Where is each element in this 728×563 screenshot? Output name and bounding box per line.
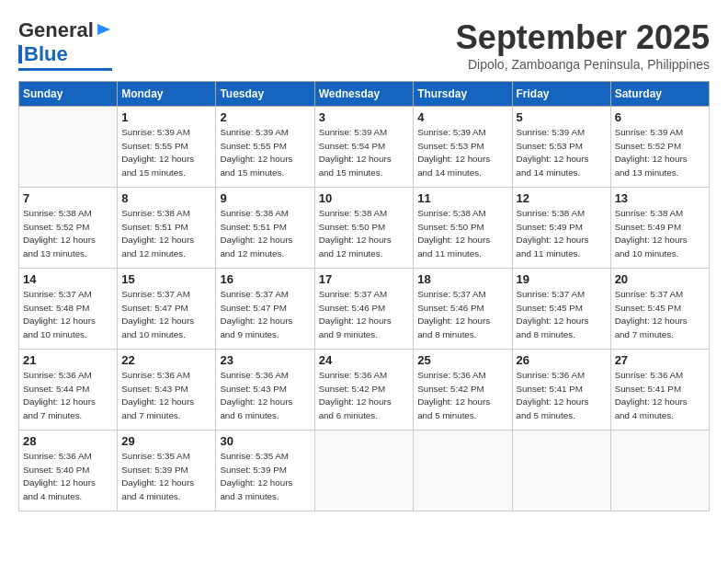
logo-text: General bbox=[18, 18, 94, 42]
day-number: 10 bbox=[319, 191, 410, 205]
day-info: Sunrise: 5:38 AM Sunset: 5:50 PM Dayligh… bbox=[319, 207, 410, 261]
day-of-week-header: Thursday bbox=[414, 82, 512, 107]
day-info: Sunrise: 5:38 AM Sunset: 5:49 PM Dayligh… bbox=[615, 207, 705, 261]
day-number: 13 bbox=[615, 191, 705, 205]
calendar-day-cell: 11Sunrise: 5:38 AM Sunset: 5:50 PM Dayli… bbox=[414, 188, 512, 269]
day-number: 14 bbox=[23, 272, 113, 286]
day-info: Sunrise: 5:37 AM Sunset: 5:46 PM Dayligh… bbox=[319, 288, 410, 342]
calendar-day-cell: 5Sunrise: 5:39 AM Sunset: 5:53 PM Daylig… bbox=[512, 107, 610, 188]
day-of-week-header: Monday bbox=[118, 82, 216, 107]
day-number: 16 bbox=[220, 272, 310, 286]
calendar-week-row: 14Sunrise: 5:37 AM Sunset: 5:48 PM Dayli… bbox=[19, 269, 710, 350]
calendar-day-cell bbox=[414, 431, 512, 511]
calendar-day-cell: 15Sunrise: 5:37 AM Sunset: 5:47 PM Dayli… bbox=[118, 269, 216, 350]
calendar-day-cell: 27Sunrise: 5:36 AM Sunset: 5:41 PM Dayli… bbox=[610, 350, 709, 431]
calendar-day-cell: 10Sunrise: 5:38 AM Sunset: 5:50 PM Dayli… bbox=[314, 188, 414, 269]
page-header: General Blue September 2025 Dipolo, Zamb… bbox=[18, 18, 710, 72]
calendar-week-row: 7Sunrise: 5:38 AM Sunset: 5:52 PM Daylig… bbox=[19, 188, 710, 269]
day-info: Sunrise: 5:36 AM Sunset: 5:42 PM Dayligh… bbox=[319, 369, 410, 423]
svg-marker-0 bbox=[97, 24, 110, 35]
day-info: Sunrise: 5:36 AM Sunset: 5:43 PM Dayligh… bbox=[121, 369, 211, 423]
day-of-week-header: Saturday bbox=[610, 82, 709, 107]
day-info: Sunrise: 5:36 AM Sunset: 5:42 PM Dayligh… bbox=[417, 369, 507, 423]
calendar-day-cell bbox=[512, 431, 610, 511]
calendar-day-cell: 23Sunrise: 5:36 AM Sunset: 5:43 PM Dayli… bbox=[216, 350, 314, 431]
day-info: Sunrise: 5:36 AM Sunset: 5:41 PM Dayligh… bbox=[615, 369, 705, 423]
calendar-header-row: SundayMondayTuesdayWednesdayThursdayFrid… bbox=[19, 82, 710, 107]
day-number: 15 bbox=[121, 272, 211, 286]
logo-blue-text: Blue bbox=[24, 42, 68, 66]
logo-arrow-icon bbox=[96, 21, 112, 38]
calendar-day-cell: 19Sunrise: 5:37 AM Sunset: 5:45 PM Dayli… bbox=[512, 269, 610, 350]
day-of-week-header: Wednesday bbox=[314, 82, 414, 107]
day-number: 3 bbox=[319, 110, 410, 124]
day-number: 12 bbox=[517, 191, 607, 205]
calendar-day-cell: 3Sunrise: 5:39 AM Sunset: 5:54 PM Daylig… bbox=[314, 107, 414, 188]
day-number: 26 bbox=[517, 353, 607, 367]
day-info: Sunrise: 5:38 AM Sunset: 5:50 PM Dayligh… bbox=[417, 207, 507, 261]
day-info: Sunrise: 5:39 AM Sunset: 5:53 PM Dayligh… bbox=[517, 126, 607, 180]
calendar-day-cell: 1Sunrise: 5:39 AM Sunset: 5:55 PM Daylig… bbox=[118, 107, 216, 188]
day-info: Sunrise: 5:39 AM Sunset: 5:55 PM Dayligh… bbox=[220, 126, 310, 180]
day-info: Sunrise: 5:38 AM Sunset: 5:51 PM Dayligh… bbox=[220, 207, 310, 261]
title-area: September 2025 Dipolo, Zamboanga Peninsu… bbox=[456, 18, 710, 72]
calendar-day-cell bbox=[19, 107, 118, 188]
day-number: 7 bbox=[23, 191, 113, 205]
day-info: Sunrise: 5:38 AM Sunset: 5:51 PM Dayligh… bbox=[121, 207, 211, 261]
day-number: 8 bbox=[121, 191, 211, 205]
calendar-day-cell: 6Sunrise: 5:39 AM Sunset: 5:52 PM Daylig… bbox=[610, 107, 709, 188]
day-number: 28 bbox=[23, 434, 113, 448]
day-info: Sunrise: 5:36 AM Sunset: 5:41 PM Dayligh… bbox=[517, 369, 607, 423]
calendar-week-row: 28Sunrise: 5:36 AM Sunset: 5:40 PM Dayli… bbox=[19, 431, 710, 511]
calendar-day-cell: 21Sunrise: 5:36 AM Sunset: 5:44 PM Dayli… bbox=[19, 350, 118, 431]
calendar-day-cell: 24Sunrise: 5:36 AM Sunset: 5:42 PM Dayli… bbox=[314, 350, 414, 431]
day-number: 18 bbox=[417, 272, 507, 286]
day-info: Sunrise: 5:37 AM Sunset: 5:45 PM Dayligh… bbox=[517, 288, 607, 342]
day-info: Sunrise: 5:37 AM Sunset: 5:46 PM Dayligh… bbox=[417, 288, 507, 342]
logo-underline bbox=[18, 68, 112, 71]
calendar-day-cell: 29Sunrise: 5:35 AM Sunset: 5:39 PM Dayli… bbox=[118, 431, 216, 511]
day-number: 25 bbox=[417, 353, 507, 367]
subtitle: Dipolo, Zamboanga Peninsula, Philippines bbox=[456, 57, 710, 72]
day-info: Sunrise: 5:37 AM Sunset: 5:45 PM Dayligh… bbox=[615, 288, 705, 342]
day-info: Sunrise: 5:37 AM Sunset: 5:47 PM Dayligh… bbox=[220, 288, 310, 342]
day-info: Sunrise: 5:37 AM Sunset: 5:48 PM Dayligh… bbox=[23, 288, 113, 342]
day-info: Sunrise: 5:37 AM Sunset: 5:47 PM Dayligh… bbox=[121, 288, 211, 342]
day-number: 29 bbox=[121, 434, 211, 448]
day-number: 11 bbox=[417, 191, 507, 205]
day-number: 5 bbox=[517, 110, 607, 124]
calendar-day-cell bbox=[610, 431, 709, 511]
day-info: Sunrise: 5:39 AM Sunset: 5:55 PM Dayligh… bbox=[121, 126, 211, 180]
day-info: Sunrise: 5:39 AM Sunset: 5:52 PM Dayligh… bbox=[615, 126, 705, 180]
day-number: 19 bbox=[517, 272, 607, 286]
day-info: Sunrise: 5:35 AM Sunset: 5:39 PM Dayligh… bbox=[220, 450, 310, 504]
day-info: Sunrise: 5:35 AM Sunset: 5:39 PM Dayligh… bbox=[121, 450, 211, 504]
day-number: 4 bbox=[417, 110, 507, 124]
calendar-day-cell: 2Sunrise: 5:39 AM Sunset: 5:55 PM Daylig… bbox=[216, 107, 314, 188]
calendar-day-cell: 12Sunrise: 5:38 AM Sunset: 5:49 PM Dayli… bbox=[512, 188, 610, 269]
day-number: 21 bbox=[23, 353, 113, 367]
day-info: Sunrise: 5:39 AM Sunset: 5:54 PM Dayligh… bbox=[319, 126, 410, 180]
calendar-day-cell: 25Sunrise: 5:36 AM Sunset: 5:42 PM Dayli… bbox=[414, 350, 512, 431]
day-number: 6 bbox=[615, 110, 705, 124]
calendar-day-cell: 30Sunrise: 5:35 AM Sunset: 5:39 PM Dayli… bbox=[216, 431, 314, 511]
calendar-day-cell: 26Sunrise: 5:36 AM Sunset: 5:41 PM Dayli… bbox=[512, 350, 610, 431]
day-number: 17 bbox=[319, 272, 410, 286]
day-info: Sunrise: 5:36 AM Sunset: 5:40 PM Dayligh… bbox=[23, 450, 113, 504]
calendar-day-cell: 20Sunrise: 5:37 AM Sunset: 5:45 PM Dayli… bbox=[610, 269, 709, 350]
logo: General Blue bbox=[18, 18, 112, 71]
calendar-day-cell: 4Sunrise: 5:39 AM Sunset: 5:53 PM Daylig… bbox=[414, 107, 512, 188]
month-title: September 2025 bbox=[456, 18, 710, 57]
day-number: 30 bbox=[220, 434, 310, 448]
calendar-day-cell: 7Sunrise: 5:38 AM Sunset: 5:52 PM Daylig… bbox=[19, 188, 118, 269]
calendar-day-cell: 17Sunrise: 5:37 AM Sunset: 5:46 PM Dayli… bbox=[314, 269, 414, 350]
day-info: Sunrise: 5:36 AM Sunset: 5:44 PM Dayligh… bbox=[23, 369, 113, 423]
day-number: 20 bbox=[615, 272, 705, 286]
calendar-day-cell: 22Sunrise: 5:36 AM Sunset: 5:43 PM Dayli… bbox=[118, 350, 216, 431]
day-of-week-header: Friday bbox=[512, 82, 610, 107]
day-number: 23 bbox=[220, 353, 310, 367]
calendar-day-cell: 16Sunrise: 5:37 AM Sunset: 5:47 PM Dayli… bbox=[216, 269, 314, 350]
calendar-week-row: 1Sunrise: 5:39 AM Sunset: 5:55 PM Daylig… bbox=[19, 107, 710, 188]
day-number: 27 bbox=[615, 353, 705, 367]
calendar-table: SundayMondayTuesdayWednesdayThursdayFrid… bbox=[18, 81, 710, 511]
